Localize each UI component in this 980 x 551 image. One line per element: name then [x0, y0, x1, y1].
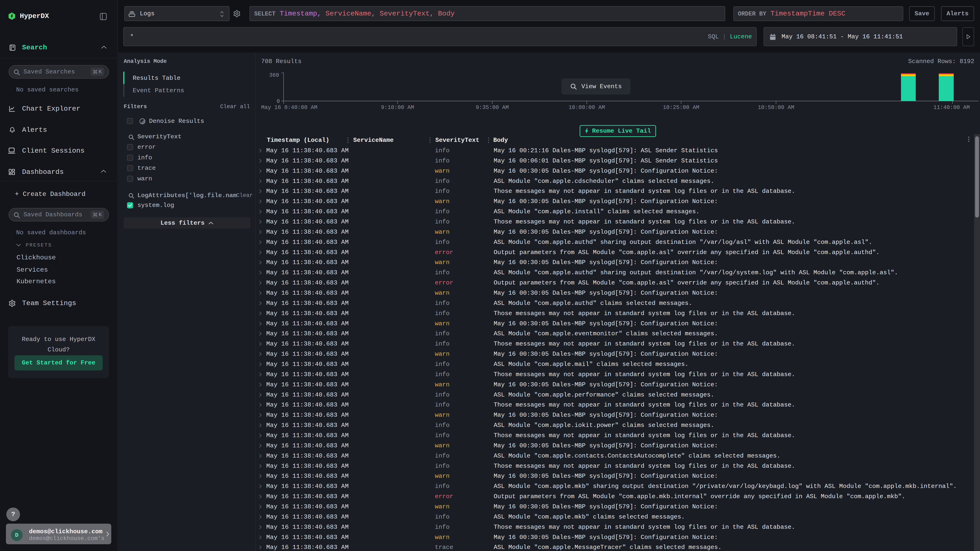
svg-text:10:00:00 AM: 10:00:00 AM [569, 105, 605, 111]
svg-text:11:40:00 AM: 11:40:00 AM [934, 105, 970, 111]
svg-text:10:50:00 AM: 10:50:00 AM [758, 105, 794, 111]
svg-text:9:10:00 AM: 9:10:00 AM [381, 105, 414, 111]
svg-text:9:35:00 AM: 9:35:00 AM [476, 105, 509, 111]
svg-text:May 16 8:40:00 AM: May 16 8:40:00 AM [261, 105, 317, 111]
svg-text:10:25:00 AM: 10:25:00 AM [663, 105, 699, 111]
svg-text:0: 0 [277, 98, 280, 105]
svg-text:360: 360 [269, 72, 279, 78]
